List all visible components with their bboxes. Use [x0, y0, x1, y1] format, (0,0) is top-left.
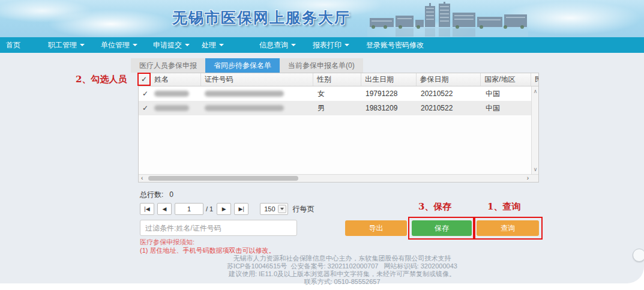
- dropdown-icon[interactable]: [278, 205, 286, 213]
- cell-name-redacted: [151, 86, 201, 101]
- row-checkbox[interactable]: ✓: [139, 86, 151, 101]
- export-button[interactable]: 导出: [345, 220, 407, 236]
- cell-country: 中国: [482, 86, 532, 101]
- redacted-name: [154, 105, 189, 111]
- first-page-button[interactable]: |◀: [140, 203, 154, 215]
- footer-icp-line: 苏ICP备10046515号 公安备案号: 32021102000707 网站标…: [0, 262, 644, 270]
- redacted-id-number: [205, 91, 284, 97]
- next-page-button[interactable]: ▶: [217, 203, 231, 215]
- save-button[interactable]: 保存: [412, 220, 472, 236]
- nav-home[interactable]: 首页: [6, 40, 20, 50]
- table-header-row: ✓ 姓名 证件号码 性别 出生日期 参保日期 国家/地区 民族: [139, 73, 538, 86]
- table-row[interactable]: ✓ 女 19791228 20210522 中国: [139, 86, 538, 101]
- cell-id-redacted: [201, 86, 314, 101]
- nav-report-print[interactable]: 报表打印: [313, 40, 349, 50]
- tab-medical-personnel-apply[interactable]: 医疗人员参保申报: [131, 58, 205, 73]
- redacted-name: [154, 91, 189, 97]
- cell-id-redacted: [201, 101, 314, 115]
- cell-gender: 男: [314, 101, 362, 115]
- cell-birth-date: 19831209: [362, 101, 417, 115]
- chevron-down-icon: [291, 44, 296, 46]
- table-row[interactable]: ✓ 男 19831209 20210522 中国: [139, 101, 538, 115]
- col-header-partial: 民族: [531, 73, 538, 86]
- col-header-gender[interactable]: 性别: [313, 73, 361, 86]
- annotation-step1-query: 1、查询: [487, 201, 520, 213]
- footer-contact-line: 联系方式: 0510-85552657: [0, 278, 644, 286]
- rows-per-page-label: 行每页: [293, 204, 314, 214]
- cell-country: 中国: [482, 101, 532, 115]
- query-button[interactable]: 查询: [477, 220, 539, 236]
- nav-apply-submit[interactable]: 申请提交: [153, 40, 190, 50]
- site-banner: 无锡市医保网上服务大厅: [0, 0, 644, 37]
- vertical-scrollbar[interactable]: ∧ ∨: [531, 86, 538, 174]
- page-total-label: / 1: [206, 205, 213, 213]
- col-header-name[interactable]: 姓名: [151, 73, 201, 86]
- page-size-select[interactable]: 150: [260, 203, 287, 215]
- col-header-birth-date[interactable]: 出生日期: [361, 73, 417, 86]
- chevron-down-icon: [185, 44, 190, 46]
- tab-bar: 医疗人员参保申报 省同步待参保名单 当前参保申报名单(0): [131, 58, 363, 73]
- city-skyline-image: [367, 2, 528, 37]
- last-page-button[interactable]: ▶|: [234, 203, 248, 215]
- tab-current-apply-list[interactable]: 当前参保申报名单(0): [280, 58, 363, 73]
- chevron-down-icon: [133, 44, 137, 46]
- row-checkbox[interactable]: ✓: [139, 101, 151, 115]
- col-header-enroll-date[interactable]: 参保日期: [417, 73, 481, 86]
- tab-province-sync-pending-list[interactable]: 省同步待参保名单: [205, 58, 280, 73]
- cell-name-redacted: [151, 101, 201, 115]
- table-body: ✓ 女 19791228 20210522 中国 ✓ 男 19831209 20…: [139, 86, 538, 174]
- horizontal-scrollbar[interactable]: ‹ ›: [139, 174, 538, 182]
- prev-page-button[interactable]: ◀: [157, 203, 172, 215]
- nav-employee-mgmt[interactable]: 职工管理: [48, 40, 85, 50]
- annotation-step3-save: 3、保存: [418, 201, 451, 213]
- main-nav: 首页 职工管理 单位管理 申请提交 处理 信息查询 报表打印 登录账号密码修改: [0, 37, 644, 53]
- total-rows-value: 0: [169, 190, 173, 199]
- chevron-down-icon: [345, 44, 349, 46]
- total-rows-label: 总行数:0: [140, 190, 173, 200]
- insured-list-table: ✓ 姓名 证件号码 性别 出生日期 参保日期 国家/地区 民族 ✓ 女 1979…: [138, 73, 539, 183]
- nav-account-password[interactable]: 登录账号密码修改: [366, 40, 424, 50]
- nav-process[interactable]: 处理: [202, 40, 224, 50]
- pagination-bar: |◀ ◀ / 1 ▶ ▶| 150 行每页: [140, 202, 314, 216]
- page-root: 无锡市医保网上服务大厅: [0, 0, 644, 290]
- nav-info-query[interactable]: 信息查询: [259, 40, 296, 50]
- scroll-down-icon[interactable]: ∨: [532, 166, 539, 173]
- cell-gender: 女: [314, 86, 362, 101]
- horizontal-scroll-thumb[interactable]: [148, 176, 298, 181]
- scroll-left-icon[interactable]: ‹: [141, 175, 143, 182]
- annotation-step2-check: 2、勾选人员: [76, 74, 127, 85]
- filter-input[interactable]: [140, 220, 297, 236]
- page-number-input[interactable]: [175, 203, 203, 215]
- notice-line1: (1) 居住地址、手机号码数据项双击可以修改。: [140, 247, 275, 254]
- site-title: 无锡市医保网上服务大厅: [172, 8, 351, 28]
- chevron-down-icon: [219, 44, 224, 46]
- cell-birth-date: 19791228: [362, 86, 417, 101]
- chevron-down-icon: [80, 44, 85, 46]
- scroll-right-icon[interactable]: ›: [527, 175, 529, 182]
- notice-title: 医疗参保申报须知:: [140, 238, 275, 246]
- col-header-id-number[interactable]: 证件号码: [201, 73, 313, 86]
- application-notice: 医疗参保申报须知: (1) 居住地址、手机号码数据项双击可以修改。: [140, 238, 275, 254]
- nav-unit-mgmt[interactable]: 单位管理: [101, 40, 137, 50]
- select-all-checkbox[interactable]: ✓: [139, 73, 151, 86]
- cell-enroll-date: 20210522: [417, 101, 482, 115]
- redacted-id-number: [205, 105, 284, 111]
- site-footer: 无锡市人力资源和社会保障信息中心主办，东软集团股份有限公司技术支持 苏ICP备1…: [0, 255, 644, 286]
- cell-enroll-date: 20210522: [417, 86, 482, 101]
- scroll-up-icon[interactable]: ∧: [532, 88, 539, 95]
- col-header-country[interactable]: 国家/地区: [481, 73, 531, 86]
- page-size-value: 150: [260, 205, 277, 213]
- footer-browser-line: 建议使用: IE11.0及以上版本浏览器和中文字符集，未经许可严禁复制或镜像。: [0, 270, 644, 278]
- footer-sponsor-line: 无锡市人力资源和社会保障信息中心主办，东软集团股份有限公司技术支持: [0, 255, 644, 262]
